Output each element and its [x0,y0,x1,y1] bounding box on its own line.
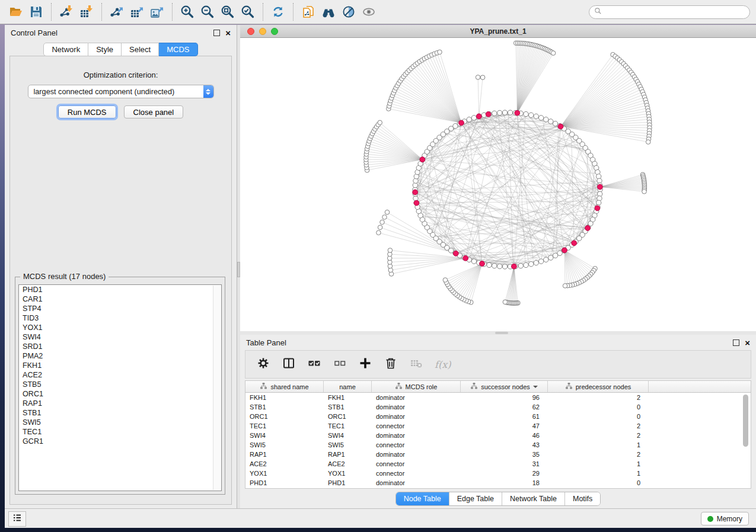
mcds-node-item[interactable]: STB5 [19,380,221,389]
mcds-node-item[interactable]: SRD1 [19,342,221,351]
cell: dominator [372,432,461,439]
table-row[interactable]: YOX1YOX1connector291 [245,469,751,478]
float-panel-icon[interactable] [733,339,739,346]
cell: 35 [461,451,548,458]
show-hide-graphics-button[interactable] [339,2,359,22]
table-mode-button[interactable] [256,356,270,373]
close-panel-icon[interactable]: × [745,338,750,347]
table-mode-icon [256,356,270,373]
tab-node-table[interactable]: Node Table [396,492,449,505]
tab-select[interactable]: Select [122,43,159,56]
table-scrollbar[interactable] [743,393,749,486]
table-row[interactable]: SWI5SWI5connector431 [245,440,751,450]
mcds-node-item[interactable]: RAP1 [19,399,221,408]
search-network-icon [321,5,336,19]
close-panel-button[interactable]: Close panel [124,105,184,118]
export-table-button[interactable] [127,2,147,22]
table-row[interactable]: FKH1FKH1dominator962 [245,393,751,402]
delete-columns-button[interactable] [384,356,398,373]
show-columns-icon [282,356,296,373]
mcds-node-item[interactable]: STB1 [19,408,221,418]
mcds-result-list[interactable]: PHD1CAR1STP4TID3YOX1SWI4SRD1PMA2FKH1ACE2… [18,284,222,491]
mcds-node-item[interactable]: ACE2 [19,370,221,380]
float-panel-icon[interactable] [213,30,220,36]
save-session-button[interactable] [26,2,46,22]
column-header-predecessor-nodes[interactable]: predecessor nodes [548,381,649,392]
criterion-select[interactable]: largest connected component (undirected) [28,85,214,98]
scrollbar-thumb[interactable] [743,395,748,447]
mcds-node-item[interactable]: TEC1 [19,427,221,437]
splitter-grip[interactable] [495,332,508,334]
column-header-successor-nodes[interactable]: successor nodes [461,381,548,392]
optimization-criterion-label: Optimization criterion: [10,70,231,79]
tab-motifs[interactable]: Motifs [564,492,600,505]
cell: ORC1 [245,413,324,420]
export-image-icon [150,5,164,19]
zoom-fit-button[interactable] [218,2,238,22]
network-canvas[interactable] [240,38,756,331]
mcds-node-item[interactable]: SWI5 [19,418,221,427]
table-row[interactable]: ACE2ACE2connector311 [245,459,751,469]
level-of-detail-button[interactable] [359,2,379,22]
tab-mcds[interactable]: MCDS [159,43,197,56]
mcds-node-item[interactable]: PHD1 [19,285,221,294]
column-header-shared-name[interactable]: shared name [245,381,324,392]
table-row[interactable]: RAP1RAP1dominator352 [245,450,751,459]
memory-button[interactable]: Memory [701,512,749,525]
cell: 1 [548,470,649,477]
tab-network[interactable]: Network [43,43,88,56]
table-row[interactable]: ORC1ORC1dominator610 [245,412,751,421]
mcds-result-title: MCDS result (17 nodes) [20,272,109,281]
mcds-node-item[interactable]: FKH1 [19,361,221,370]
delete-table-button [409,356,423,373]
mcds-node-item[interactable]: YOX1 [19,323,221,332]
mcds-node-item[interactable]: STP4 [19,304,221,313]
network-graph[interactable] [240,38,755,331]
column-header-MCDS-role[interactable]: MCDS role [372,381,461,392]
refresh-view-button[interactable] [268,2,288,22]
tab-edge-table[interactable]: Edge Table [449,492,502,505]
cell: STB1 [324,403,372,411]
task-history-button[interactable] [8,511,26,527]
search-network-button[interactable] [318,2,339,22]
zoom-out-button[interactable] [197,2,218,22]
cell: 0 [548,479,649,486]
mcds-node-item[interactable]: GCR1 [19,437,221,446]
cell: 2 [548,422,649,430]
select-all-rows-button[interactable] [307,356,321,373]
mcds-node-item[interactable]: PMA2 [19,351,221,361]
open-session-button[interactable] [6,2,26,22]
tab-network-table[interactable]: Network Table [502,492,564,505]
table-row[interactable]: TEC1TEC1connector472 [245,421,751,431]
table-row[interactable]: STB1STB1dominator620 [245,402,751,412]
close-panel-icon[interactable]: × [225,28,231,37]
column-header-name[interactable]: name [324,381,372,392]
mcds-node-item[interactable]: TID3 [19,313,221,323]
export-image-button[interactable] [147,2,167,22]
import-network-button[interactable] [56,2,76,22]
cell: TEC1 [324,422,372,430]
table-row[interactable]: PHD1PHD1dominator180 [245,478,751,488]
cell: dominator [372,451,461,458]
mcds-node-item[interactable]: SWI4 [19,332,221,342]
list-scrollbar[interactable] [213,286,221,490]
deselect-all-rows-button[interactable] [333,356,347,373]
tab-style[interactable]: Style [88,43,122,56]
table-row[interactable]: SWI4SWI4dominator462 [245,431,751,440]
run-mcds-button[interactable]: Run MCDS [58,105,116,118]
export-network-button[interactable] [107,2,127,22]
mcds-node-item[interactable]: CAR1 [19,294,221,304]
table-panel: Table Panel × f(x) shared namenameMCDS r… [240,335,756,508]
list-icon [12,512,23,525]
search-box[interactable] [589,5,750,19]
import-table-button[interactable] [76,2,97,22]
zoom-selected-button[interactable] [238,2,258,22]
search-input[interactable] [605,7,745,17]
show-columns-button[interactable] [282,356,296,373]
table-header-row: shared namenameMCDS rolesuccessor nodesp… [245,381,751,393]
add-column-button[interactable] [358,356,372,373]
cell: connector [372,470,461,477]
zoom-in-button[interactable] [177,2,197,22]
mcds-node-item[interactable]: ORC1 [19,389,221,399]
clone-network-button[interactable] [298,2,318,22]
